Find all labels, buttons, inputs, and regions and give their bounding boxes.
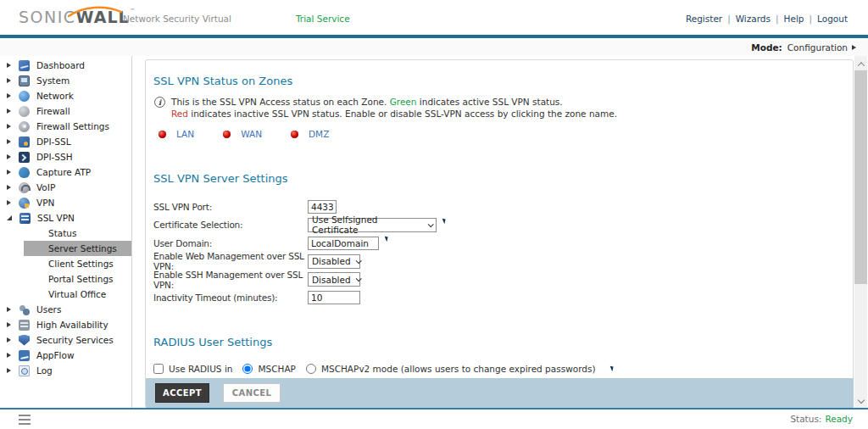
changed-marker-icon	[383, 237, 387, 242]
mode-arrow-icon[interactable]	[852, 45, 856, 50]
sidebar-item-label: DPI-SSL	[36, 136, 70, 147]
app-header: SONICWALL™ Network Security Virtual Tria…	[0, 0, 868, 35]
info-line2-rest: indicates inactive SSL VPN status. Enabl…	[188, 109, 617, 119]
wizards-link[interactable]: Wizards	[736, 14, 771, 24]
expand-arrow-icon[interactable]	[7, 93, 11, 98]
info-line-2: Red indicates inactive SSL VPN status. E…	[171, 108, 617, 120]
sidebar-nav: Dashboard System Network Firewall Firewa…	[0, 56, 132, 408]
inactivity-timeout-label: Inactivity Timeout (minutes):	[153, 292, 308, 303]
expand-arrow-icon[interactable]	[7, 109, 11, 114]
inactivity-timeout-input[interactable]	[308, 291, 360, 304]
zone-lan-link[interactable]: LAN	[176, 129, 194, 139]
radius-settings-row: Use RADIUS in MSCHAP MSCHAPv2 mode (allo…	[153, 364, 843, 374]
sidebar-item-high-availability[interactable]: High Availability	[0, 317, 131, 332]
ssh-management-label: Enable SSH Management over SSL VPN:	[153, 270, 308, 290]
sidebar-item-label: Status	[48, 228, 76, 238]
sidebar-item-log[interactable]: Log	[0, 363, 131, 378]
mschap-label: MSCHAP	[258, 364, 295, 374]
status-bar: Status:Ready	[0, 410, 868, 429]
expand-arrow-icon[interactable]	[7, 139, 11, 144]
expand-arrow-icon[interactable]	[7, 200, 11, 205]
action-bar: ACCEPT CANCEL	[146, 378, 854, 408]
sidebar-item-capture-atp[interactable]: Capture ATP	[0, 164, 131, 180]
ssh-management-select-value: Disabled	[312, 275, 351, 285]
link-divider: |	[810, 14, 813, 24]
logo-text-wall: WALL	[76, 8, 130, 26]
red-led-icon	[223, 131, 231, 138]
sidebar-item-label: High Availability	[36, 320, 108, 330]
user-domain-input[interactable]	[308, 237, 379, 250]
sidebar-item-label: Dashboard	[36, 60, 85, 70]
info-line1-text: This is the SSL VPN Access status on eac…	[171, 97, 390, 107]
sidebar-item-vpn[interactable]: VPN	[0, 195, 131, 210]
sidebar-item-label: Virtual Office	[48, 289, 106, 299]
form-row-web-management: Enable Web Management over SSL VPN: Disa…	[153, 253, 843, 271]
expand-arrow-icon[interactable]	[7, 124, 11, 129]
sidebar-item-firewall-settings[interactable]: Firewall Settings	[0, 119, 131, 134]
sidebar-item-virtual-office[interactable]: Virtual Office	[24, 287, 131, 302]
expand-arrow-icon[interactable]	[7, 353, 11, 358]
expand-arrow-icon[interactable]	[7, 78, 11, 83]
cancel-button[interactable]: CANCEL	[223, 383, 281, 403]
ssh-management-select[interactable]: Disabled	[308, 272, 360, 287]
help-link[interactable]: Help	[784, 14, 804, 24]
logout-link[interactable]: Logout	[817, 14, 848, 24]
form-row-port: SSL VPN Port:	[153, 198, 843, 216]
web-management-select[interactable]: Disabled	[308, 254, 360, 269]
expand-arrow-icon[interactable]	[7, 322, 11, 327]
sidebar-item-label: VPN	[36, 198, 54, 208]
sidebar-item-voip[interactable]: VoIP	[0, 180, 131, 195]
firewall-icon	[19, 106, 30, 117]
zone-dmz-link[interactable]: DMZ	[309, 129, 329, 139]
shield-icon	[19, 335, 30, 346]
dpi-ssl-lock-icon	[19, 136, 30, 148]
sidebar-item-dashboard[interactable]: Dashboard	[0, 58, 131, 73]
status-section-title: SSL VPN Status on Zones	[153, 75, 843, 87]
sidebar-item-system[interactable]: System	[0, 73, 131, 88]
sidebar-item-appflow[interactable]: AppFlow	[0, 348, 131, 363]
zone-wan: WAN	[223, 129, 262, 139]
sonicwall-logo: SONICWALL™	[19, 8, 136, 26]
network-globe-icon	[19, 91, 30, 102]
register-link[interactable]: Register	[686, 14, 722, 24]
mode-value[interactable]: Configuration	[787, 42, 848, 53]
expand-arrow-icon[interactable]	[7, 337, 11, 343]
certificate-select[interactable]: Use Selfsigned Certificate	[308, 218, 437, 232]
sidebar-item-label: AppFlow	[36, 350, 74, 360]
sidebar-item-firewall[interactable]: Firewall	[0, 103, 131, 119]
sidebar-item-server-settings[interactable]: Server Settings	[24, 241, 131, 256]
mschap-radio[interactable]	[242, 364, 253, 374]
accept-button[interactable]: ACCEPT	[155, 383, 209, 403]
port-input[interactable]	[308, 200, 337, 214]
use-radius-checkbox[interactable]	[153, 364, 164, 374]
scrollbar-thumb[interactable]	[854, 70, 867, 284]
scroll-up-icon[interactable]	[854, 58, 867, 70]
zone-status-row: LAN WAN DMZ	[159, 129, 843, 139]
logo-text-sonic: SONIC	[19, 8, 76, 26]
sidebar-item-dpi-ssh[interactable]: DPI-SSH	[0, 149, 131, 164]
sidebar-item-ssl-vpn[interactable]: SSL VPN	[0, 210, 131, 226]
collapse-arrow-icon[interactable]	[7, 215, 12, 220]
expand-arrow-icon[interactable]	[7, 185, 11, 190]
sidebar-item-network[interactable]: Network	[0, 88, 131, 103]
mode-bar: Mode: Configuration	[0, 38, 868, 56]
sidebar-item-status[interactable]: Status	[24, 226, 131, 241]
menu-icon[interactable]	[19, 415, 31, 425]
zone-wan-link[interactable]: WAN	[241, 129, 262, 139]
form-row-inactivity-timeout: Inactivity Timeout (minutes):	[153, 289, 843, 308]
expand-arrow-icon[interactable]	[7, 154, 11, 159]
expand-arrow-icon[interactable]	[7, 307, 11, 312]
chevron-down-icon	[428, 221, 434, 227]
vertical-scrollbar[interactable]	[854, 56, 867, 408]
expand-arrow-icon[interactable]	[7, 63, 11, 68]
expand-arrow-icon[interactable]	[7, 368, 11, 373]
mschapv2-radio[interactable]	[306, 364, 316, 374]
sidebar-item-portal-settings[interactable]: Portal Settings	[24, 271, 131, 287]
scroll-down-icon[interactable]	[854, 393, 867, 406]
sidebar-item-client-settings[interactable]: Client Settings	[24, 256, 131, 271]
sidebar-item-users[interactable]: Users	[0, 302, 131, 317]
expand-arrow-icon[interactable]	[7, 170, 11, 175]
terminal-icon	[19, 152, 30, 163]
sidebar-item-security-services[interactable]: Security Services	[0, 332, 131, 348]
sidebar-item-dpi-ssl[interactable]: DPI-SSL	[0, 134, 131, 149]
